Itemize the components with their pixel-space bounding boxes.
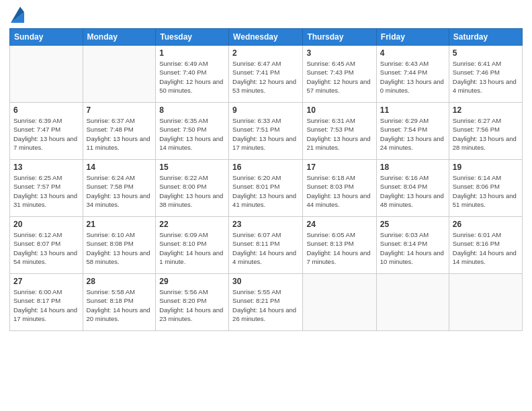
calendar-cell: 13Sunrise: 6:25 AM Sunset: 7:57 PM Dayli…: [10, 160, 83, 217]
calendar-cell: 14Sunrise: 6:24 AM Sunset: 7:58 PM Dayli…: [83, 160, 156, 217]
calendar-cell: 21Sunrise: 6:10 AM Sunset: 8:08 PM Dayli…: [83, 217, 156, 274]
calendar-cell: 30Sunrise: 5:55 AM Sunset: 8:21 PM Dayli…: [229, 274, 303, 331]
day-number: 23: [232, 220, 299, 229]
day-number: 7: [87, 105, 152, 115]
day-number: 20: [13, 220, 79, 229]
calendar-cell: [376, 274, 449, 331]
day-number: 25: [380, 220, 445, 229]
day-number: 24: [306, 220, 372, 229]
calendar-cell: 25Sunrise: 6:03 AM Sunset: 8:14 PM Dayli…: [376, 217, 449, 274]
day-info: Sunrise: 6:43 AM Sunset: 7:44 PM Dayligh…: [380, 59, 445, 95]
day-number: 10: [306, 105, 372, 115]
weekday-friday: Friday: [376, 29, 449, 46]
day-number: 29: [159, 277, 225, 286]
logo: [9, 7, 24, 23]
day-number: 13: [13, 163, 79, 172]
weekday-tuesday: Tuesday: [156, 29, 229, 46]
day-info: Sunrise: 6:12 AM Sunset: 8:07 PM Dayligh…: [13, 230, 79, 266]
day-info: Sunrise: 6:14 AM Sunset: 8:06 PM Dayligh…: [453, 173, 519, 209]
weekday-thursday: Thursday: [303, 29, 376, 46]
day-number: 2: [232, 48, 299, 58]
calendar-cell: 3Sunrise: 6:45 AM Sunset: 7:43 PM Daylig…: [303, 46, 376, 103]
day-number: 17: [306, 163, 372, 172]
page: SundayMondayTuesdayWednesdayThursdayFrid…: [0, 0, 532, 411]
calendar-cell: 12Sunrise: 6:27 AM Sunset: 7:56 PM Dayli…: [449, 103, 522, 160]
day-info: Sunrise: 6:03 AM Sunset: 8:14 PM Dayligh…: [380, 230, 445, 266]
calendar-cell: 9Sunrise: 6:33 AM Sunset: 7:51 PM Daylig…: [229, 103, 303, 160]
day-number: 28: [87, 277, 152, 286]
weekday-saturday: Saturday: [449, 29, 522, 46]
day-info: Sunrise: 6:31 AM Sunset: 7:53 PM Dayligh…: [306, 116, 372, 152]
calendar-cell: 19Sunrise: 6:14 AM Sunset: 8:06 PM Dayli…: [449, 160, 522, 217]
calendar-cell: 10Sunrise: 6:31 AM Sunset: 7:53 PM Dayli…: [303, 103, 376, 160]
day-info: Sunrise: 6:27 AM Sunset: 7:56 PM Dayligh…: [453, 116, 519, 152]
calendar-cell: 8Sunrise: 6:35 AM Sunset: 7:50 PM Daylig…: [156, 103, 229, 160]
calendar-cell: 23Sunrise: 6:07 AM Sunset: 8:11 PM Dayli…: [229, 217, 303, 274]
day-info: Sunrise: 6:16 AM Sunset: 8:04 PM Dayligh…: [380, 173, 445, 209]
day-info: Sunrise: 6:09 AM Sunset: 8:10 PM Dayligh…: [159, 230, 225, 266]
day-number: 12: [453, 105, 519, 115]
calendar-cell: 26Sunrise: 6:01 AM Sunset: 8:16 PM Dayli…: [449, 217, 522, 274]
week-row-0: 1Sunrise: 6:49 AM Sunset: 7:40 PM Daylig…: [10, 46, 523, 103]
day-info: Sunrise: 6:33 AM Sunset: 7:51 PM Dayligh…: [232, 116, 299, 152]
day-number: 1: [159, 48, 225, 58]
day-info: Sunrise: 5:55 AM Sunset: 8:21 PM Dayligh…: [232, 287, 299, 323]
day-info: Sunrise: 5:58 AM Sunset: 8:18 PM Dayligh…: [87, 287, 152, 323]
calendar-table: SundayMondayTuesdayWednesdayThursdayFrid…: [9, 28, 523, 331]
day-number: 11: [380, 105, 445, 115]
calendar-cell: 18Sunrise: 6:16 AM Sunset: 8:04 PM Dayli…: [376, 160, 449, 217]
calendar-cell: 15Sunrise: 6:22 AM Sunset: 8:00 PM Dayli…: [156, 160, 229, 217]
day-info: Sunrise: 5:56 AM Sunset: 8:20 PM Dayligh…: [159, 287, 225, 323]
calendar-cell: 17Sunrise: 6:18 AM Sunset: 8:03 PM Dayli…: [303, 160, 376, 217]
day-number: 3: [306, 48, 372, 58]
day-info: Sunrise: 6:24 AM Sunset: 7:58 PM Dayligh…: [87, 173, 152, 209]
day-info: Sunrise: 6:05 AM Sunset: 8:13 PM Dayligh…: [306, 230, 372, 266]
day-number: 26: [453, 220, 519, 229]
day-info: Sunrise: 6:22 AM Sunset: 8:00 PM Dayligh…: [159, 173, 225, 209]
day-info: Sunrise: 6:37 AM Sunset: 7:48 PM Dayligh…: [87, 116, 152, 152]
calendar-cell: 6Sunrise: 6:39 AM Sunset: 7:47 PM Daylig…: [10, 103, 83, 160]
logo-icon: [11, 7, 24, 23]
calendar-cell: [449, 274, 522, 331]
day-number: 22: [159, 220, 225, 229]
day-number: 8: [159, 105, 225, 115]
day-info: Sunrise: 6:18 AM Sunset: 8:03 PM Dayligh…: [306, 173, 372, 209]
day-info: Sunrise: 6:07 AM Sunset: 8:11 PM Dayligh…: [232, 230, 299, 266]
calendar-cell: [10, 46, 83, 103]
day-number: 16: [232, 163, 299, 172]
calendar-cell: 29Sunrise: 5:56 AM Sunset: 8:20 PM Dayli…: [156, 274, 229, 331]
day-number: 18: [380, 163, 445, 172]
day-info: Sunrise: 6:47 AM Sunset: 7:41 PM Dayligh…: [232, 59, 299, 95]
calendar-cell: 7Sunrise: 6:37 AM Sunset: 7:48 PM Daylig…: [83, 103, 156, 160]
day-number: 5: [453, 48, 519, 58]
day-number: 30: [232, 277, 299, 286]
calendar-cell: 24Sunrise: 6:05 AM Sunset: 8:13 PM Dayli…: [303, 217, 376, 274]
day-number: 27: [13, 277, 79, 286]
calendar-cell: 5Sunrise: 6:41 AM Sunset: 7:46 PM Daylig…: [449, 46, 522, 103]
day-info: Sunrise: 6:35 AM Sunset: 7:50 PM Dayligh…: [159, 116, 225, 152]
weekday-header-row: SundayMondayTuesdayWednesdayThursdayFrid…: [10, 29, 523, 46]
calendar-cell: 20Sunrise: 6:12 AM Sunset: 8:07 PM Dayli…: [10, 217, 83, 274]
day-number: 14: [87, 163, 152, 172]
day-info: Sunrise: 6:10 AM Sunset: 8:08 PM Dayligh…: [87, 230, 152, 266]
header: [9, 7, 523, 23]
calendar-cell: [303, 274, 376, 331]
day-info: Sunrise: 6:39 AM Sunset: 7:47 PM Dayligh…: [13, 116, 79, 152]
calendar-cell: 1Sunrise: 6:49 AM Sunset: 7:40 PM Daylig…: [156, 46, 229, 103]
calendar-cell: 4Sunrise: 6:43 AM Sunset: 7:44 PM Daylig…: [376, 46, 449, 103]
calendar-cell: 28Sunrise: 5:58 AM Sunset: 8:18 PM Dayli…: [83, 274, 156, 331]
calendar-cell: 2Sunrise: 6:47 AM Sunset: 7:41 PM Daylig…: [229, 46, 303, 103]
day-info: Sunrise: 6:49 AM Sunset: 7:40 PM Dayligh…: [159, 59, 225, 95]
day-number: 6: [13, 105, 79, 115]
day-info: Sunrise: 6:25 AM Sunset: 7:57 PM Dayligh…: [13, 173, 79, 209]
day-info: Sunrise: 6:29 AM Sunset: 7:54 PM Dayligh…: [380, 116, 445, 152]
day-info: Sunrise: 6:41 AM Sunset: 7:46 PM Dayligh…: [453, 59, 519, 95]
day-info: Sunrise: 6:01 AM Sunset: 8:16 PM Dayligh…: [453, 230, 519, 266]
calendar-cell: 11Sunrise: 6:29 AM Sunset: 7:54 PM Dayli…: [376, 103, 449, 160]
calendar-cell: 22Sunrise: 6:09 AM Sunset: 8:10 PM Dayli…: [156, 217, 229, 274]
calendar-cell: 16Sunrise: 6:20 AM Sunset: 8:01 PM Dayli…: [229, 160, 303, 217]
weekday-monday: Monday: [83, 29, 156, 46]
week-row-1: 6Sunrise: 6:39 AM Sunset: 7:47 PM Daylig…: [10, 103, 523, 160]
day-info: Sunrise: 6:20 AM Sunset: 8:01 PM Dayligh…: [232, 173, 299, 209]
weekday-wednesday: Wednesday: [229, 29, 303, 46]
